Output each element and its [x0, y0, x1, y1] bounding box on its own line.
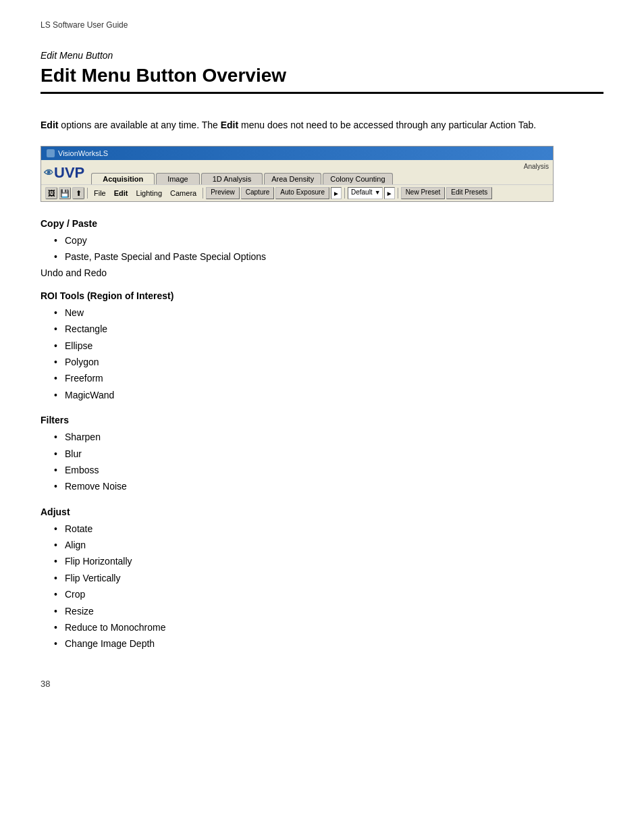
list-item: New	[54, 305, 603, 320]
toolbar-icon-3[interactable]: ⬆	[72, 187, 84, 199]
list-item: Freeform	[54, 371, 603, 386]
toolbar-menubar: 🖼 💾 ⬆ File Edit Lighting Camera Preview …	[41, 184, 553, 201]
list-item: Rectangle	[54, 321, 603, 336]
list-item: MagicWand	[54, 388, 603, 402]
separator-4	[398, 188, 398, 199]
list-item: Sharpen	[54, 429, 603, 444]
toolbar-titlebar: VisionWorksLS	[41, 147, 553, 160]
intro-paragraph: Edit options are available at any time. …	[41, 118, 603, 132]
list-item: Change Image Depth	[54, 636, 603, 651]
menu-file[interactable]: File	[90, 188, 109, 198]
section-adjust: Adjust Rotate Align Flip Horizontally Fl…	[41, 506, 603, 652]
tab-row: Acquisition Image 1D Analysis Area Densi…	[91, 173, 550, 184]
tab-acquisition[interactable]: Acquisition	[91, 173, 155, 184]
analysis-label: Analysis	[524, 163, 549, 170]
logo-text: UVP	[54, 165, 84, 180]
section-adjust-heading: Adjust	[41, 506, 603, 517]
tab-area-density[interactable]: Area Density	[264, 173, 321, 184]
btn-new-preset[interactable]: New Preset	[401, 187, 446, 199]
menu-lighting[interactable]: Lighting	[133, 188, 166, 198]
roi-list: New Rectangle Ellipse Polygon Freeform M…	[41, 305, 603, 402]
list-item: Reduce to Monochrome	[54, 620, 603, 635]
section-copy-paste: Copy / Paste Copy Paste, Paste Special a…	[41, 218, 603, 278]
toolbar-logo: 👁 UVP	[44, 161, 91, 184]
toolbar-icon-2[interactable]: 💾	[59, 187, 71, 199]
list-item: Ellipse	[54, 338, 603, 353]
btn-preview[interactable]: Preview	[206, 187, 240, 199]
adjust-list: Rotate Align Flip Horizontally Flip Vert…	[41, 521, 603, 652]
doc-breadcrumb: LS Software User Guide	[41, 20, 603, 30]
separator-2	[203, 188, 203, 199]
tab-image[interactable]: Image	[156, 173, 200, 184]
section-filters-heading: Filters	[41, 415, 603, 425]
copy-paste-list: Copy Paste, Paste Special and Paste Spec…	[41, 233, 603, 265]
page-number: 38	[41, 679, 603, 689]
uvp-eye-symbol: 👁	[44, 168, 53, 178]
filters-list: Sharpen Blur Emboss Remove Noise	[41, 429, 603, 494]
section-roi-tools: ROI Tools (Region of Interest) New Recta…	[41, 290, 603, 402]
section-copy-paste-heading: Copy / Paste	[41, 218, 603, 229]
list-item: Copy	[54, 233, 603, 248]
list-item: Crop	[54, 587, 603, 602]
section-roi-heading: ROI Tools (Region of Interest)	[41, 290, 603, 301]
separator-3	[344, 188, 345, 199]
section-label: Edit Menu Button	[41, 50, 603, 61]
list-item: Resize	[54, 604, 603, 619]
btn-auto-exposure[interactable]: Auto Exposure	[275, 187, 329, 199]
list-item: Emboss	[54, 463, 603, 477]
toolbar-logo-tabs-row: 👁 UVP Analysis Acquisition Image 1D Anal…	[41, 160, 553, 184]
undo-redo-text: Undo and Redo	[41, 267, 603, 278]
btn-edit-presets[interactable]: Edit Presets	[446, 187, 492, 199]
toolbar-icon-1[interactable]: 🖼	[45, 187, 57, 199]
section-filters: Filters Sharpen Blur Emboss Remove Noise	[41, 415, 603, 494]
dropdown-default[interactable]: Default ▼	[348, 187, 383, 199]
list-item: Rotate	[54, 521, 603, 536]
app-title: VisionWorksLS	[58, 149, 108, 157]
tab-1d-analysis[interactable]: 1D Analysis	[201, 173, 263, 184]
default-arrow[interactable]: ►	[384, 187, 395, 199]
page-title: Edit Menu Button Overview	[41, 65, 603, 94]
menu-edit[interactable]: Edit	[111, 188, 132, 198]
separator-1	[87, 188, 88, 199]
auto-exposure-arrow[interactable]: ►	[331, 187, 342, 199]
btn-capture[interactable]: Capture	[241, 187, 275, 199]
list-item: Align	[54, 538, 603, 552]
list-item: Flip Horizontally	[54, 554, 603, 569]
menu-camera[interactable]: Camera	[167, 188, 200, 198]
list-item: Paste, Paste Special and Paste Special O…	[54, 249, 603, 264]
toolbar-screenshot: VisionWorksLS 👁 UVP Analysis Acquisition…	[41, 146, 554, 202]
list-item: Polygon	[54, 355, 603, 369]
app-icon	[47, 149, 55, 157]
list-item: Blur	[54, 446, 603, 461]
list-item: Remove Noise	[54, 479, 603, 494]
list-item: Flip Vertically	[54, 571, 603, 585]
tab-colony-counting[interactable]: Colony Counting	[323, 173, 392, 184]
